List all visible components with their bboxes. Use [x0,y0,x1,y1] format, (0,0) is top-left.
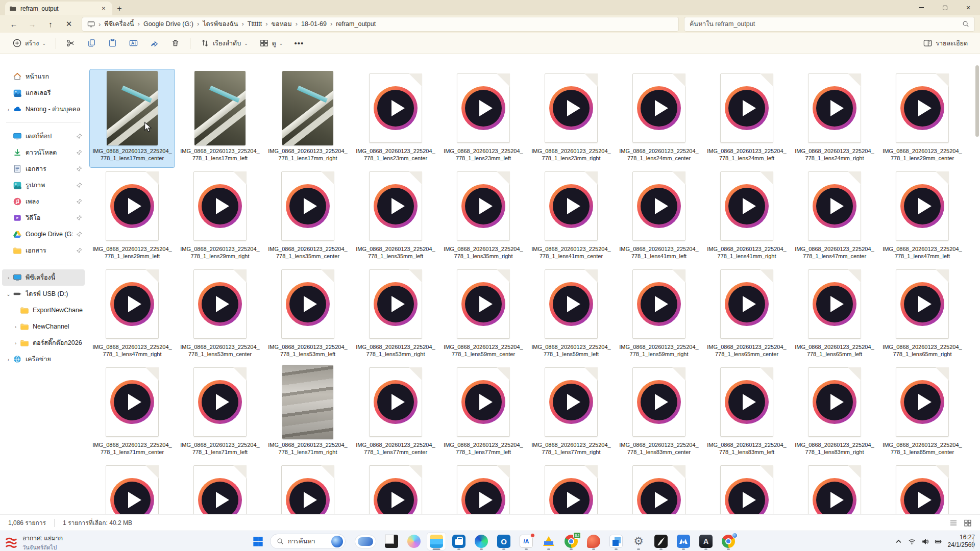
settings-taskbar-button[interactable]: ⚙ [629,532,648,550]
file-tile[interactable]: IMG_0868_20260123_225204_778_1_lens47mm_… [880,167,965,265]
view-button[interactable]: ดู ⌄ [254,35,288,52]
file-tile[interactable]: IMG_0868_20260123_225204_778_1_lens24mm_… [792,69,877,167]
file-tile[interactable]: IMG_0868_20260123_225204_778_1_lens35mm_… [265,167,350,265]
tree-chevron-icon[interactable]: › [5,275,12,281]
file-tile[interactable]: IMG_0868_20260123_225204_778_1_lens77mm_… [441,363,526,461]
file-tile[interactable]: IMG_0868_20260123_225204_778_1_lens17mm_… [178,69,262,167]
search-input[interactable]: ค้นหาใน refram_output [684,17,975,32]
file-tile[interactable] [704,461,789,514]
file-tile[interactable]: IMG_0868_20260123_225204_778_1_lens17mm_… [90,69,175,167]
sidebar-item[interactable]: หน้าแรก [2,68,85,85]
battery-icon[interactable] [935,538,942,545]
breadcrumb-item[interactable]: Google Drive (G:) [143,20,193,28]
taskbar-search[interactable]: การค้นหา [270,534,346,549]
file-tile[interactable]: IMG_0868_20260123_225204_778_1_lens71mm_… [90,363,175,461]
file-tile[interactable]: IMG_0868_20260123_225204_778_1_lens59mm_… [617,265,701,363]
start-button[interactable] [249,533,266,550]
file-tile[interactable]: IMG_0868_20260123_225204_778_1_lens59mm_… [441,265,526,363]
file-tile[interactable] [441,461,526,514]
file-tile[interactable]: IMG_0868_20260123_225204_778_1_lens71mm_… [265,363,350,461]
file-tile[interactable]: IMG_0868_20260123_225204_778_1_lens77mm_… [529,363,614,461]
dark-a-taskbar-button[interactable] [696,532,716,550]
sidebar-item[interactable]: เอกสาร [2,161,85,177]
network-icon[interactable] [908,538,916,545]
file-tile[interactable] [880,461,965,514]
file-tile[interactable]: IMG_0868_20260123_225204_778_1_lens41mm_… [529,167,614,265]
weather-widget[interactable]: อากาศ: แย่มาก วันจันทร์ถัดไป [4,533,63,551]
file-tile[interactable]: IMG_0868_20260123_225204_778_1_lens47mm_… [792,167,877,265]
scrollbar-thumb[interactable] [975,65,979,137]
sidebar-item[interactable]: เพลง [2,193,85,210]
sidebar-item[interactable]: ›ตอร์สติ๊กต๊อก2026 [2,335,85,351]
share-button[interactable] [144,35,164,52]
details-pane-button[interactable]: รายละเอียด [918,35,973,52]
file-tile[interactable]: IMG_0868_20260123_225204_778_1_lens35mm_… [353,167,438,265]
breadcrumb-item[interactable]: พีซีเครื่องนี้ [104,20,134,28]
file-tile[interactable]: IMG_0868_20260123_225204_778_1_lens59mm_… [529,265,614,363]
file-tile[interactable]: IMG_0868_20260123_225204_778_1_lens23mm_… [529,69,614,167]
sidebar-item[interactable]: ⌄ไดรฟ์ USB (D:) [2,286,85,302]
file-tile[interactable] [792,461,877,514]
file-tile[interactable]: IMG_0868_20260123_225204_778_1_lens17mm_… [265,69,350,167]
blue-m-taskbar-button[interactable] [674,532,693,550]
quill-taskbar-button[interactable] [651,532,671,550]
more-options-button[interactable]: ••• [289,35,309,52]
sidebar-item[interactable]: ›เครือข่าย [2,351,85,367]
edge-taskbar-button[interactable] [472,532,491,550]
file-tile[interactable]: IMG_0868_20260123_225204_778_1_lens29mm_… [90,167,175,265]
tab-close-icon[interactable]: ✕ [99,5,108,13]
explorer-tab[interactable]: refram_output ✕ [5,2,112,15]
new-button[interactable]: สร้าง ⌄ [7,35,51,52]
file-tile[interactable]: IMG_0868_20260123_225204_778_1_lens23mm_… [441,69,526,167]
tree-chevron-icon[interactable]: › [12,324,19,330]
tree-chevron-icon[interactable]: › [12,340,19,346]
sidebar-item[interactable]: ›Narong - ส่วนบุคคล [2,101,85,117]
file-tile[interactable]: IMG_0868_20260123_225204_778_1_lens65mm_… [792,265,877,363]
tree-chevron-icon[interactable]: › [5,357,12,362]
delete-button[interactable] [165,35,185,52]
sidebar-item[interactable]: รูปภาพ [2,177,85,193]
file-tile[interactable] [90,461,175,514]
taskbar-clock[interactable]: 16:27 24/1/2569 [948,534,975,549]
volume-icon[interactable] [921,538,929,545]
breadcrumb-item[interactable]: ไดรฟ์ของฉัน [203,20,238,28]
sidebar-item[interactable]: วิดีโอ [2,210,85,226]
file-tile[interactable]: IMG_0868_20260123_225204_778_1_lens41mm_… [704,167,789,265]
breadcrumb-item[interactable]: ขอหอม [272,20,292,28]
blue-squares-taskbar-button[interactable] [606,532,626,550]
file-tile[interactable]: IMG_0868_20260123_225204_778_1_lens29mm_… [880,69,965,167]
sidebar-item[interactable]: ExportNewChanel [2,302,85,318]
file-tile[interactable]: IMG_0868_20260123_225204_778_1_lens53mm_… [265,265,350,363]
file-tile[interactable] [178,461,262,514]
file-tile[interactable]: IMG_0868_20260123_225204_778_1_lens47mm_… [90,265,175,363]
file-tile[interactable] [265,461,350,514]
sidebar-item[interactable]: ดาวน์โหลด [2,144,85,161]
ms-store-taskbar-button[interactable] [449,532,469,550]
outlook-taskbar-button[interactable] [494,532,513,550]
maximize-button[interactable] [933,0,957,15]
file-tile[interactable] [529,461,614,514]
file-tile[interactable] [617,461,701,514]
new-tab-button[interactable]: + [112,2,127,15]
file-tile[interactable]: IMG_0868_20260123_225204_778_1_lens29mm_… [178,167,262,265]
sort-button[interactable]: เรียงลำดับ ⌄ [195,35,253,52]
minimize-button[interactable] [910,0,933,15]
up-button[interactable]: ↑ [42,17,59,31]
sidebar-item[interactable]: ›พีซีเครื่องนี้ [2,269,85,286]
file-tile[interactable]: IMG_0868_20260123_225204_778_1_lens83mm_… [617,363,701,461]
copy-button[interactable] [82,35,102,52]
chrome2-taskbar-button[interactable] [719,532,738,550]
breadcrumb-item[interactable]: 18-01-69 [301,20,327,28]
breadcrumb[interactable]: › พีซีเครื่องนี้›Google Drive (G:)›ไดรฟ์… [82,17,679,32]
close-button[interactable]: ✕ [957,0,980,15]
file-tile[interactable]: IMG_0868_20260123_225204_778_1_lens85mm_… [880,363,965,461]
rename-button[interactable] [124,35,143,52]
breadcrumb-item[interactable]: refram_output [336,20,376,28]
file-tile[interactable]: IMG_0868_20260123_225204_778_1_lens24mm_… [704,69,789,167]
tree-chevron-icon[interactable]: › [5,107,12,112]
sidebar-item[interactable]: ›NewChannel [2,318,85,335]
file-tile[interactable]: IMG_0868_20260123_225204_778_1_lens65mm_… [880,265,965,363]
file-tile[interactable]: IMG_0868_20260123_225204_778_1_lens77mm_… [353,363,438,461]
file-tile[interactable]: IMG_0868_20260123_225204_778_1_lens53mm_… [178,265,262,363]
task-view-taskbar-button[interactable] [352,532,379,550]
